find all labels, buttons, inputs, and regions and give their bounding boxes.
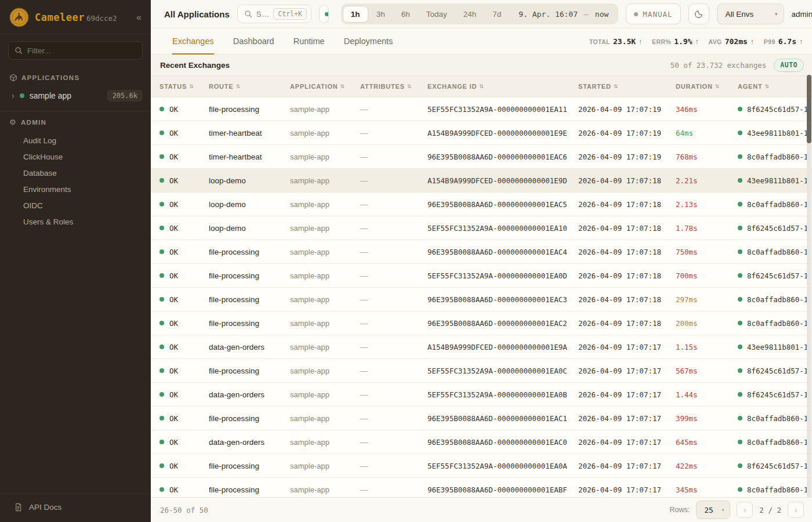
table-row[interactable]: OK file-processing sample-app — 5EF55FC3… [151,264,812,288]
column-header[interactable]: ROUTE ⇅ [209,83,290,90]
sort-icon[interactable]: ⇅ [340,84,345,89]
time-range-option[interactable]: 3h [368,6,393,23]
date-range-display[interactable]: 9. Apr. 16:07 – now [509,10,617,19]
duration-cell: 750ms [676,248,738,256]
table-row[interactable]: OK file-processing sample-app — 96E395B0… [151,240,812,264]
duration-cell: 567ms [676,367,738,375]
sort-icon[interactable]: ⇅ [236,84,241,89]
sort-icon[interactable]: ⇅ [407,84,412,89]
column-header[interactable]: DURATION ⇅ [676,83,738,90]
duration-cell: 2.21s [676,176,738,185]
table-row[interactable]: OK file-processing sample-app — 5EF55FC3… [151,359,812,383]
agent-status-dot [738,416,742,420]
sidebar-admin-item[interactable]: Environments [0,182,151,198]
started-cell: 2026-04-09 17:07:17 [578,438,676,447]
time-range-option[interactable]: 1h [343,6,368,23]
manual-status-dot [634,12,638,16]
sort-icon[interactable]: ⇅ [715,84,720,89]
sidebar-admin-item[interactable]: Users & Roles [0,214,151,230]
application-cell: sample-app [290,176,360,185]
stat-label: P99 [764,38,775,45]
table-row[interactable]: OK data-gen-orders sample-app — 96E395B0… [151,430,812,454]
table-row[interactable]: OK timer-heartbeat sample-app — A154B9A9… [151,121,812,145]
column-header[interactable]: APPLICATION ⇅ [290,83,360,90]
status-filter-button[interactable]: O [319,5,329,23]
table-row[interactable]: OK file-processing sample-app — 96E395B0… [151,407,812,430]
column-header[interactable]: AGENT ⇅ [738,83,807,90]
api-docs-link[interactable]: API Docs [0,494,151,522]
application-cell: sample-app [290,343,360,351]
environment-select[interactable]: All Envs ▾ [717,3,784,24]
started-cell: 2026-04-09 17:07:18 [578,319,676,328]
column-header[interactable]: EXCHANGE ID ⇅ [427,83,578,90]
status-cell: OK [160,295,209,304]
tab[interactable]: Runtime [293,28,325,54]
vertical-scrollbar[interactable] [807,75,811,498]
table-row[interactable]: OK loop-demo sample-app — A154B9A999DFCE… [151,169,812,193]
next-page-button[interactable]: › [788,502,804,518]
agent-status-dot [738,249,742,254]
previous-page-button[interactable]: ‹ [737,502,753,518]
duration-cell: 422ms [676,462,738,470]
table-row[interactable]: OK data-gen-orders sample-app — 5EF55FC3… [151,383,812,407]
agent-status-dot [738,107,742,111]
pagination-range-label: 26-50 of 50 [160,506,208,514]
manual-refresh-button[interactable]: MANUAL [626,3,680,24]
sort-icon[interactable]: ⇅ [479,84,484,89]
exchange-count-label: 50 of 23.732 exchanges [670,61,767,70]
column-header[interactable]: STATUS ⇅ [160,83,209,90]
tab[interactable]: Exchanges [172,28,214,54]
status-cell: OK [160,462,209,470]
status-cell: OK [160,271,209,280]
column-header[interactable]: ATTRIBUTES ⇅ [360,83,427,90]
attributes-cell: — [360,153,427,161]
sort-icon[interactable]: ⇅ [614,84,618,89]
table-row[interactable]: OK file-processing sample-app — 5EF55FC3… [151,97,812,121]
filter-input[interactable]: Filter... [8,41,143,60]
collapse-sidebar-icon[interactable]: « [134,12,144,23]
route-cell: data-gen-orders [209,438,290,447]
table-row[interactable]: OK file-processing sample-app — 96E395B0… [151,311,812,335]
table-row[interactable]: OK loop-demo sample-app — 96E395B0088AA6… [151,193,812,216]
search-icon [244,10,252,18]
auto-refresh-badge[interactable]: AUTO [774,59,804,72]
sidebar-item-sample-app[interactable]: › sample app 205.6k [0,86,151,105]
table-row[interactable]: OK loop-demo sample-app — 5EF55FC31352A9… [151,216,812,240]
time-range-option[interactable]: 7d [484,6,509,23]
time-range-option[interactable]: Today [418,6,455,23]
duration-cell: 768ms [676,153,738,161]
time-range-option[interactable]: 24h [455,6,485,23]
filter-placeholder: Filter... [27,46,51,55]
attributes-cell: — [360,367,427,375]
time-range-option[interactable]: 6h [393,6,418,23]
agent-cell: 8c0affadb860-1 [738,248,807,256]
ok-status-dot [160,202,164,206]
started-cell: 2026-04-09 17:07:17 [578,485,676,494]
app-count-badge: 205.6k [107,90,143,102]
sidebar-admin-item[interactable]: Audit Log [0,133,151,149]
global-search-input[interactable]: S… Ctrl+K [237,5,311,23]
sidebar-admin-item[interactable]: Database [0,165,151,182]
table-row[interactable]: OK data-gen-orders sample-app — A154B9A9… [151,335,812,359]
table-row[interactable]: OK file-processing sample-app — 96E395B0… [151,478,812,497]
exchange-id-cell: 5EF55FC31352A9A-000000000001EA0C [427,367,578,375]
table-row[interactable]: OK timer-heartbeat sample-app — 96E395B0… [151,145,812,169]
sort-icon[interactable]: ⇅ [189,84,194,89]
dark-mode-toggle[interactable] [688,3,709,24]
table-row[interactable]: OK file-processing sample-app — 5EF55FC3… [151,454,812,478]
column-header[interactable]: STARTED ⇅ [578,83,676,90]
started-cell: 2026-04-09 17:07:18 [578,224,676,233]
table-row[interactable]: OK file-processing sample-app — 96E395B0… [151,288,812,311]
started-cell: 2026-04-09 17:07:18 [578,200,676,209]
sort-icon[interactable]: ⇅ [765,84,770,89]
exchange-id-cell: A154B9A999DFCED-0000000000001E9E [427,129,578,137]
sidebar-admin-item[interactable]: OIDC [0,198,151,214]
tab[interactable]: Deployments [344,28,393,54]
sidebar-admin-item[interactable]: ClickHouse [0,149,151,165]
rows-per-page-select[interactable]: 25 ▾ [696,501,730,519]
expand-chevron-icon[interactable]: › [12,91,14,100]
exchange-id-cell: 96E395B0088AA6D-000000000001EAC2 [427,319,578,328]
tab[interactable]: Dashboard [233,28,274,54]
keyboard-shortcut-badge: Ctrl+K [273,8,307,20]
scrollbar-thumb[interactable] [807,75,811,143]
